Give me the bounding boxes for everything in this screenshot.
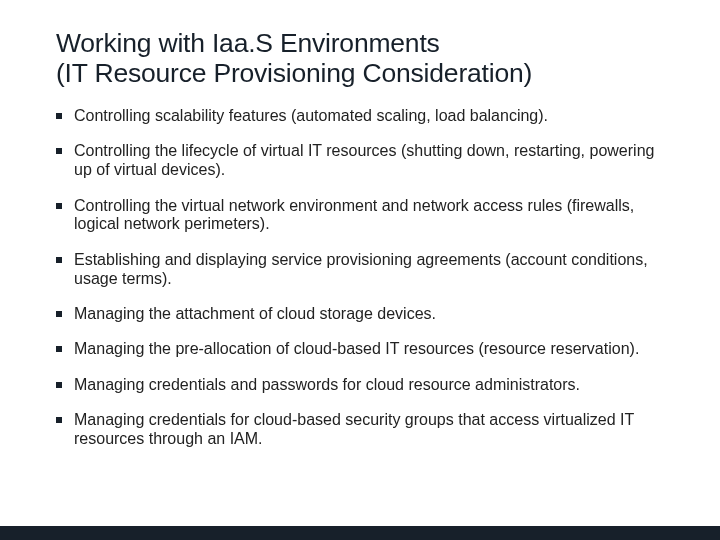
bullet-text: Managing credentials and passwords for c… <box>74 376 580 393</box>
list-item: Establishing and displaying service prov… <box>56 251 664 289</box>
bullet-list: Controlling scalability features (automa… <box>56 107 664 449</box>
bullet-text: Establishing and displaying service prov… <box>74 251 648 287</box>
title-line-2: (IT Resource Provisioning Consideration) <box>56 58 532 88</box>
list-item: Managing the pre-allocation of cloud-bas… <box>56 340 664 359</box>
bullet-text: Controlling the lifecycle of virtual IT … <box>74 142 654 178</box>
list-item: Managing the attachment of cloud storage… <box>56 305 664 324</box>
bullet-text: Managing credentials for cloud-based sec… <box>74 411 634 447</box>
bullet-text: Managing the pre-allocation of cloud-bas… <box>74 340 639 357</box>
footer-bar <box>0 526 720 540</box>
slide-title: Working with Iaa.S Environments (IT Reso… <box>56 28 664 89</box>
slide: Working with Iaa.S Environments (IT Reso… <box>0 0 720 540</box>
list-item: Controlling the virtual network environm… <box>56 197 664 235</box>
title-line-1: Working with Iaa.S Environments <box>56 28 440 58</box>
bullet-text: Controlling the virtual network environm… <box>74 197 634 233</box>
slide-body: Controlling scalability features (automa… <box>56 107 664 449</box>
list-item: Managing credentials and passwords for c… <box>56 376 664 395</box>
bullet-text: Managing the attachment of cloud storage… <box>74 305 436 322</box>
list-item: Controlling the lifecycle of virtual IT … <box>56 142 664 180</box>
bullet-text: Controlling scalability features (automa… <box>74 107 548 124</box>
list-item: Managing credentials for cloud-based sec… <box>56 411 664 449</box>
list-item: Controlling scalability features (automa… <box>56 107 664 126</box>
